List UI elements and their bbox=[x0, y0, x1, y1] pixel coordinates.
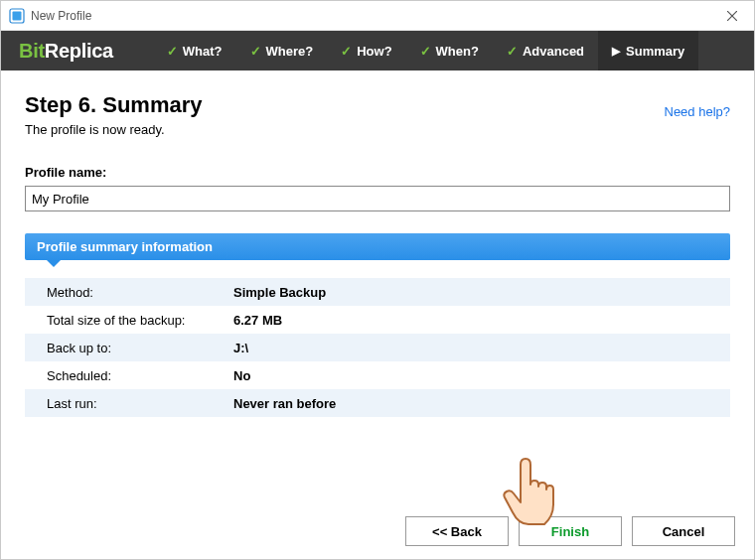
summary-row: Scheduled: No bbox=[25, 361, 730, 389]
nav-step-how[interactable]: ✓How? bbox=[327, 31, 405, 70]
step-heading: Step 6. Summary bbox=[25, 92, 730, 118]
nav-step-what[interactable]: ✓What? bbox=[153, 31, 236, 70]
summary-val: J:\ bbox=[233, 341, 248, 355]
check-icon: ✓ bbox=[250, 44, 261, 59]
check-icon: ✓ bbox=[507, 44, 518, 59]
nav-step-label: Where? bbox=[266, 44, 314, 59]
nav-step-summary[interactable]: ▶Summary bbox=[598, 31, 698, 70]
summary-val: Simple Backup bbox=[233, 285, 326, 300]
nav-step-when[interactable]: ✓When? bbox=[406, 31, 493, 70]
finish-button[interactable]: Finish bbox=[519, 516, 622, 546]
window-title: New Profile bbox=[31, 9, 91, 23]
check-icon: ✓ bbox=[341, 44, 352, 59]
nav-step-label: Advanced bbox=[523, 44, 584, 59]
nav-step-where[interactable]: ✓Where? bbox=[236, 31, 328, 70]
wizard-navbar: BitReplica ✓What? ✓Where? ✓How? ✓When? ✓… bbox=[1, 31, 754, 70]
summary-key: Scheduled: bbox=[25, 368, 233, 383]
wizard-footer: << Back Finish Cancel bbox=[405, 516, 735, 546]
summary-row: Last run: Never ran before bbox=[25, 389, 730, 417]
summary-row: Method: Simple Backup bbox=[25, 278, 730, 306]
summary-row: Total size of the backup: 6.27 MB bbox=[25, 306, 730, 334]
cancel-button[interactable]: Cancel bbox=[632, 516, 735, 546]
wizard-steps: ✓What? ✓Where? ✓How? ✓When? ✓Advanced ▶S… bbox=[153, 31, 699, 70]
section-header: Profile summary information bbox=[25, 233, 730, 260]
close-button[interactable] bbox=[709, 1, 754, 30]
nav-step-label: What? bbox=[183, 44, 223, 59]
summary-key: Last run: bbox=[25, 396, 233, 411]
summary-val: No bbox=[233, 368, 250, 383]
brand-prefix: Bit bbox=[19, 40, 45, 62]
wizard-content: Step 6. Summary The profile is now ready… bbox=[1, 70, 754, 417]
summary-val: 6.27 MB bbox=[233, 313, 282, 328]
help-link[interactable]: Need help? bbox=[665, 104, 731, 119]
summary-key: Back up to: bbox=[25, 341, 233, 355]
check-icon: ✓ bbox=[420, 44, 431, 59]
summary-key: Method: bbox=[25, 285, 233, 300]
app-icon bbox=[9, 8, 25, 24]
nav-step-label: When? bbox=[436, 44, 479, 59]
summary-row: Back up to: J:\ bbox=[25, 334, 730, 361]
svg-rect-1 bbox=[13, 11, 22, 20]
brand-logo: BitReplica bbox=[19, 40, 113, 63]
profile-name-input[interactable] bbox=[25, 186, 730, 211]
arrow-right-icon: ▶ bbox=[612, 45, 620, 58]
summary-key: Total size of the backup: bbox=[25, 313, 233, 328]
titlebar: New Profile bbox=[1, 1, 754, 31]
profile-name-label: Profile name: bbox=[25, 165, 730, 180]
nav-step-label: How? bbox=[357, 44, 391, 59]
check-icon: ✓ bbox=[167, 44, 178, 59]
summary-val: Never ran before bbox=[233, 396, 336, 411]
brand-suffix: Replica bbox=[45, 40, 113, 62]
summary-table: Method: Simple Backup Total size of the … bbox=[25, 278, 730, 417]
step-subheading: The profile is now ready. bbox=[25, 122, 730, 137]
nav-step-label: Summary bbox=[626, 44, 684, 59]
close-icon bbox=[727, 11, 737, 21]
back-button[interactable]: << Back bbox=[405, 516, 509, 546]
nav-step-advanced[interactable]: ✓Advanced bbox=[493, 31, 598, 70]
